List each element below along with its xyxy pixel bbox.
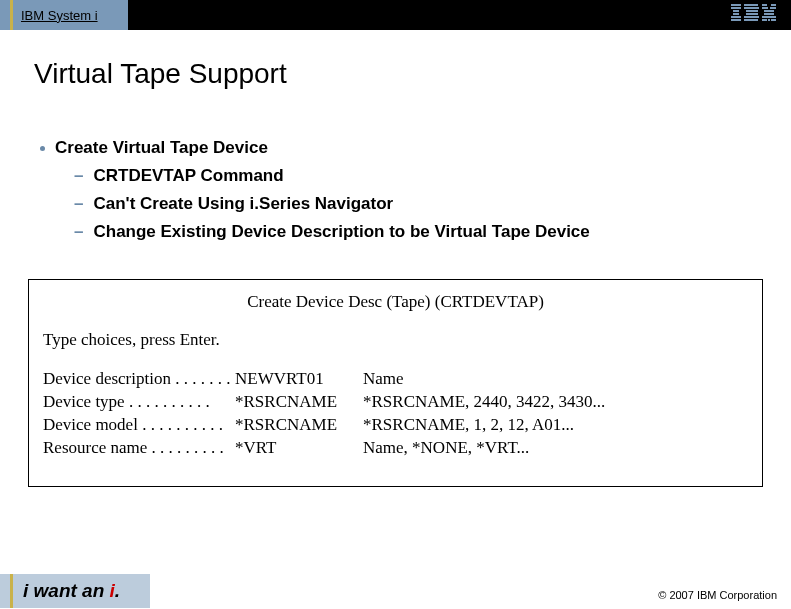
svg-rect-12 <box>762 4 767 6</box>
term-field-help: Name, *NONE, *VRT... <box>363 437 748 460</box>
terminal-row: Device description . . . . . . . NEWVRT0… <box>43 368 748 391</box>
svg-rect-11 <box>744 19 758 21</box>
svg-rect-7 <box>744 7 759 9</box>
svg-rect-13 <box>771 4 776 6</box>
copyright: © 2007 IBM Corporation <box>658 589 777 601</box>
term-field-help: *RSRCNAME, 1, 2, 12, A01... <box>363 414 748 437</box>
svg-rect-9 <box>746 13 758 15</box>
svg-rect-10 <box>744 16 759 18</box>
accent-bar <box>10 574 13 608</box>
svg-rect-5 <box>731 19 741 21</box>
sub-item-text: CRTDEVTAP Command <box>93 164 283 188</box>
term-field-label: Device description . . . . . . . <box>43 368 235 391</box>
term-field-label: Device model . . . . . . . . . . <box>43 414 235 437</box>
svg-rect-22 <box>762 19 767 21</box>
svg-rect-20 <box>767 16 771 18</box>
term-field-help: *RSRCNAME, 2440, 3422, 3430... <box>363 391 748 414</box>
svg-rect-2 <box>733 10 739 12</box>
ibm-logo-icon <box>731 4 777 26</box>
footer: i want an i. © 2007 IBM Corporation <box>0 573 791 609</box>
terminal-row: Device type . . . . . . . . . . *RSRCNAM… <box>43 391 748 414</box>
accent-bar <box>10 0 13 30</box>
bullet-main-text: Create Virtual Tape Device <box>55 138 268 158</box>
term-field-label: Device type . . . . . . . . . . <box>43 391 235 414</box>
svg-rect-14 <box>762 7 768 9</box>
term-field-value: *VRT <box>235 437 363 460</box>
terminal-panel: Create Device Desc (Tape) (CRTDEVTAP) Ty… <box>28 279 763 487</box>
tagline-post: . <box>115 580 120 601</box>
svg-rect-19 <box>762 16 767 18</box>
sub-list: – CRTDEVTAP Command – Can't Create Using… <box>34 164 757 243</box>
svg-rect-3 <box>733 13 739 15</box>
svg-rect-21 <box>771 16 776 18</box>
term-field-value: *RSRCNAME <box>235 414 363 437</box>
term-field-label: Resource name . . . . . . . . . <box>43 437 235 460</box>
page-title: Virtual Tape Support <box>34 58 757 90</box>
svg-rect-0 <box>731 4 741 6</box>
slide-content: Virtual Tape Support Create Virtual Tape… <box>0 30 791 243</box>
terminal-instruction: Type choices, press Enter. <box>43 330 748 350</box>
system-label: IBM System i <box>21 8 98 23</box>
sub-item: – CRTDEVTAP Command <box>74 164 757 188</box>
sub-item-text: Change Existing Device Description to be… <box>93 220 589 244</box>
bullet-main: Create Virtual Tape Device <box>34 138 757 158</box>
dash-icon: – <box>74 164 83 188</box>
svg-rect-15 <box>770 7 776 9</box>
svg-rect-1 <box>731 7 741 9</box>
svg-rect-18 <box>764 13 774 15</box>
terminal-row: Resource name . . . . . . . . . *VRT Nam… <box>43 437 748 460</box>
tagline-pre: i want an <box>23 580 110 601</box>
svg-rect-24 <box>771 19 776 21</box>
svg-rect-17 <box>769 10 774 12</box>
term-field-value: NEWVRT01 <box>235 368 363 391</box>
svg-rect-16 <box>764 10 769 12</box>
terminal-title: Create Device Desc (Tape) (CRTDEVTAP) <box>43 292 748 312</box>
svg-rect-23 <box>768 19 770 21</box>
sub-item: – Can't Create Using i.Series Navigator <box>74 192 757 216</box>
svg-rect-4 <box>731 16 741 18</box>
topbar-accent: IBM System i <box>0 0 128 30</box>
bullet-icon <box>40 146 45 151</box>
svg-rect-8 <box>746 10 758 12</box>
dash-icon: – <box>74 192 83 216</box>
term-field-value: *RSRCNAME <box>235 391 363 414</box>
sub-item-text: Can't Create Using i.Series Navigator <box>93 192 393 216</box>
footer-tagline: i want an i. <box>0 574 150 608</box>
term-field-help: Name <box>363 368 748 391</box>
svg-rect-6 <box>744 4 758 6</box>
dash-icon: – <box>74 220 83 244</box>
terminal-row: Device model . . . . . . . . . . *RSRCNA… <box>43 414 748 437</box>
top-bar: IBM System i <box>0 0 791 30</box>
sub-item: – Change Existing Device Description to … <box>74 220 757 244</box>
